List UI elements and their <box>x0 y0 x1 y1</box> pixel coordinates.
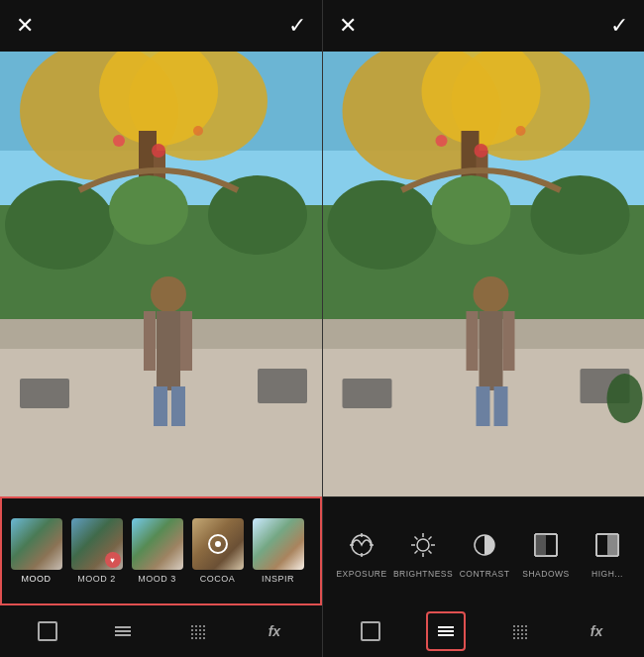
filter-item-cocoa[interactable]: COCOA <box>189 518 246 584</box>
left-close-button[interactable]: ✕ <box>16 15 34 37</box>
adjust-label-contrast: CONTRAST <box>460 569 510 579</box>
svg-rect-84 <box>362 622 379 640</box>
adjust-item-contrast[interactable]: CONTRAST <box>456 525 513 579</box>
right-adjust-lines-icon <box>435 620 457 642</box>
fx-label: fx <box>268 623 280 639</box>
filter-label-mood2: MOOD 2 <box>77 574 116 584</box>
right-toolbar-texture[interactable] <box>501 611 541 651</box>
filter-thumb-mood2: ♥ <box>71 518 123 570</box>
svg-point-20 <box>193 126 203 136</box>
adjust-label-highlights: HIGH... <box>591 569 623 579</box>
brightness-icon <box>403 525 443 565</box>
filter-item-mood[interactable]: MOOD <box>8 518 64 584</box>
right-close-button[interactable]: ✕ <box>339 15 357 37</box>
svg-point-40 <box>328 180 437 270</box>
shadows-icon <box>526 525 566 565</box>
svg-rect-49 <box>477 386 490 426</box>
right-top-bar: ✕ ✓ <box>323 0 644 52</box>
svg-rect-18 <box>171 386 185 426</box>
filter-item-inspir[interactable]: INSPIR <box>250 518 306 584</box>
svg-line-68 <box>429 550 432 553</box>
svg-point-56 <box>607 374 643 423</box>
svg-line-70 <box>429 536 432 539</box>
svg-point-42 <box>432 175 511 245</box>
svg-point-45 <box>474 276 509 312</box>
adjust-label-brightness: BRIGHTNESS <box>393 569 453 579</box>
svg-rect-73 <box>535 534 546 556</box>
svg-point-51 <box>436 135 448 147</box>
left-bottom-toolbar: fx <box>0 605 322 657</box>
left-top-bar: ✕ ✓ <box>0 0 322 52</box>
svg-point-19 <box>113 135 125 147</box>
filter-badge-mood2: ♥ <box>105 552 121 568</box>
svg-rect-23 <box>258 369 307 403</box>
left-panel: ✕ ✓ <box>0 0 322 657</box>
svg-rect-48 <box>503 311 515 371</box>
left-confirm-button[interactable]: ✓ <box>288 15 306 37</box>
filter-label-mood: MOOD <box>22 574 52 584</box>
left-toolbar-fx[interactable]: fx <box>255 611 294 651</box>
svg-rect-47 <box>467 311 479 371</box>
svg-point-41 <box>531 175 630 255</box>
adjust-item-highlights[interactable]: HIGH... <box>579 525 636 579</box>
texture-icon <box>188 620 210 642</box>
filter-thumb-mood <box>11 518 62 570</box>
left-toolbar-adjust[interactable] <box>103 611 143 651</box>
svg-point-13 <box>151 276 186 312</box>
adjust-item-exposure[interactable]: EXPOSURE <box>333 525 390 579</box>
filter-label-inspir: INSPIR <box>262 574 294 584</box>
right-confirm-button[interactable]: ✓ <box>610 15 628 37</box>
right-toolbar-frame[interactable] <box>351 611 390 651</box>
filter-thumb-inspir <box>253 518 304 570</box>
right-fx-label: fx <box>590 623 602 639</box>
svg-rect-50 <box>494 386 508 426</box>
svg-rect-15 <box>144 311 156 371</box>
highlights-icon <box>588 525 627 565</box>
svg-rect-24 <box>39 622 56 640</box>
filter-strip: MOOD ♥ MOOD 2 MOOD 3 COCOA <box>0 496 322 605</box>
adjust-item-shadows[interactable]: SHADOWS <box>517 525 575 579</box>
svg-point-62 <box>417 539 429 551</box>
svg-point-10 <box>109 175 188 245</box>
svg-line-69 <box>415 550 418 553</box>
right-panel: ✕ ✓ <box>322 0 644 657</box>
svg-point-21 <box>152 144 165 158</box>
svg-rect-54 <box>343 379 392 408</box>
left-photo-area <box>0 52 322 496</box>
svg-rect-46 <box>480 311 503 390</box>
frame-icon <box>37 620 58 642</box>
filter-thumb-mood3 <box>132 518 183 570</box>
filter-label-mood3: MOOD 3 <box>138 574 176 584</box>
filter-label-cocoa: COCOA <box>200 574 236 584</box>
left-toolbar-texture[interactable] <box>179 611 219 651</box>
svg-rect-14 <box>157 311 180 390</box>
right-texture-icon <box>510 620 532 642</box>
right-frame-icon <box>360 620 381 642</box>
svg-rect-16 <box>180 311 192 371</box>
right-bottom-toolbar: fx <box>323 605 644 657</box>
svg-point-53 <box>475 144 488 158</box>
filter-item-mood3[interactable]: MOOD 3 <box>129 518 185 584</box>
right-toolbar-adjust[interactable] <box>426 611 466 651</box>
right-photo <box>323 52 644 496</box>
heart-icon: ♥ <box>110 556 115 565</box>
adjust-label-shadows: SHADOWS <box>522 569 569 579</box>
svg-rect-79 <box>607 534 618 556</box>
filter-item-mood2[interactable]: ♥ MOOD 2 <box>68 518 125 584</box>
filter-thumb-cocoa <box>192 518 244 570</box>
adjust-strip: EXPOSURE BRIGHTNESS <box>323 496 644 605</box>
svg-point-9 <box>208 175 307 255</box>
adjust-lines-icon <box>112 620 134 642</box>
svg-point-8 <box>5 180 114 270</box>
svg-rect-22 <box>20 379 69 408</box>
right-toolbar-fx[interactable]: fx <box>577 611 616 651</box>
svg-line-67 <box>415 536 418 539</box>
contrast-icon <box>465 525 504 565</box>
svg-rect-17 <box>154 386 167 426</box>
right-photo-area <box>323 52 644 496</box>
left-toolbar-frame[interactable] <box>28 611 67 651</box>
exposure-icon <box>342 525 381 565</box>
left-photo <box>0 52 322 496</box>
adjust-item-brightness[interactable]: BRIGHTNESS <box>394 525 452 579</box>
svg-point-52 <box>516 126 526 136</box>
